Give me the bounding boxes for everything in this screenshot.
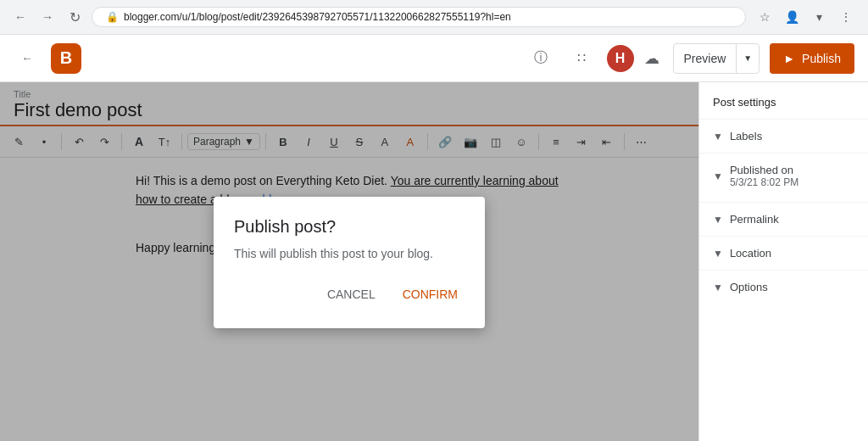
preview-button[interactable]: Preview ▼ xyxy=(673,43,760,74)
published-header[interactable]: ▼ Published on 5/3/21 8:02 PM xyxy=(713,157,854,195)
sidebar-item-labels[interactable]: ▼ Labels xyxy=(699,119,868,153)
publish-dialog: Publish post? This will publish this pos… xyxy=(214,197,485,328)
permalink-label: Permalink xyxy=(730,213,779,226)
dialog-body: This will publish this post to your blog… xyxy=(234,247,465,260)
star-btn[interactable]: ☆ xyxy=(753,5,776,29)
labels-chevron-icon: ▼ xyxy=(713,131,723,142)
save-cloud-icon: ☁ xyxy=(644,49,659,68)
labels-label: Labels xyxy=(730,130,762,142)
browser-chrome: ← → ↻ 🔒 blogger.com/u/1/blog/post/edit/2… xyxy=(0,0,868,35)
dialog-title: Publish post? xyxy=(234,217,465,237)
menu-btn[interactable]: ⋮ xyxy=(834,5,858,29)
published-chevron-icon: ▼ xyxy=(713,170,723,182)
address-text: blogger.com/u/1/blog/post/edit/239264539… xyxy=(124,11,732,23)
published-date: 5/3/21 8:02 PM xyxy=(730,176,798,188)
preview-label: Preview xyxy=(674,44,737,73)
sidebar: Post settings ▼ Labels ▼ Published on 5/… xyxy=(698,82,868,441)
sidebar-item-published: ▼ Published on 5/3/21 8:02 PM xyxy=(699,153,868,202)
post-settings-title: Post settings xyxy=(699,92,868,119)
editor-panel: Title First demo post ✎ • ↶ ↷ A T↑ Parag… xyxy=(0,82,698,441)
options-label: Options xyxy=(730,281,768,293)
back-nav-btn[interactable]: ← xyxy=(10,7,31,27)
published-text: Published on xyxy=(730,164,798,176)
back-arrow-icon: ← xyxy=(21,52,32,64)
lock-icon: 🔒 xyxy=(106,11,119,23)
app-header: ← B ⓘ ∷ H ☁ Preview ▼ ► Publish xyxy=(0,35,868,82)
sidebar-item-options[interactable]: ▼ Options xyxy=(699,270,868,304)
cancel-button[interactable]: CANCEL xyxy=(320,281,382,308)
published-info: Published on 5/3/21 8:02 PM xyxy=(730,164,798,188)
publish-button[interactable]: ► Publish xyxy=(770,43,854,74)
modal-overlay[interactable]: Publish post? This will publish this pos… xyxy=(0,82,698,441)
extension-btn[interactable]: ▾ xyxy=(807,5,831,29)
reload-btn[interactable]: ↻ xyxy=(64,7,85,27)
editor-container: Title First demo post ✎ • ↶ ↷ A T↑ Parag… xyxy=(0,82,868,441)
dialog-actions: CANCEL CONFIRM xyxy=(234,281,465,308)
publish-arrow-icon: ► xyxy=(783,52,795,65)
confirm-button[interactable]: CONFIRM xyxy=(396,281,465,308)
publish-label: Publish xyxy=(802,52,841,65)
location-label: Location xyxy=(730,247,771,260)
apps-btn[interactable]: ∷ xyxy=(566,43,597,74)
forward-nav-btn[interactable]: → xyxy=(37,7,58,27)
account-btn[interactable]: H xyxy=(607,45,634,72)
back-to-blog-btn[interactable]: ← xyxy=(14,45,41,72)
blogger-logo: B xyxy=(51,43,81,74)
sidebar-item-permalink[interactable]: ▼ Permalink xyxy=(699,202,868,236)
profile-btn[interactable]: 👤 xyxy=(780,5,804,29)
preview-dropdown-arrow[interactable]: ▼ xyxy=(737,44,759,73)
location-chevron-icon: ▼ xyxy=(713,248,723,260)
address-bar[interactable]: 🔒 blogger.com/u/1/blog/post/edit/2392645… xyxy=(92,7,746,27)
permalink-chevron-icon: ▼ xyxy=(713,214,723,226)
help-btn[interactable]: ⓘ xyxy=(526,43,556,74)
browser-actions: ☆ 👤 ▾ ⋮ xyxy=(753,5,858,29)
sidebar-item-location[interactable]: ▼ Location xyxy=(699,236,868,270)
options-chevron-icon: ▼ xyxy=(713,282,723,293)
